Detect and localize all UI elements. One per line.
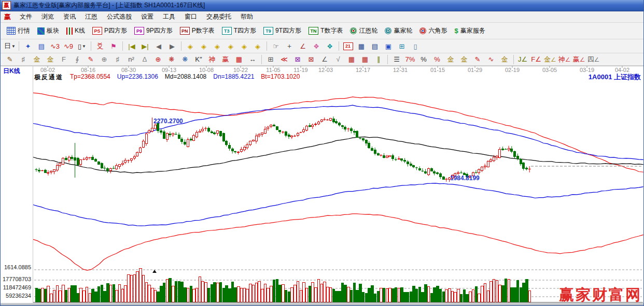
diamond-expand-h-button[interactable]: ◈ — [211, 41, 224, 52]
calendar-21-button[interactable]: 21 — [341, 41, 355, 52]
period-day-button[interactable]: 日▼ — [3, 41, 17, 52]
angle-measure-button[interactable]: ∠ — [296, 41, 310, 52]
n-square-button[interactable]: n² — [124, 54, 138, 65]
four-angle-button[interactable]: 四∠ — [586, 54, 600, 65]
web-teal-button[interactable]: ❖ — [323, 41, 337, 52]
gold-angle-button[interactable]: 金∠ — [543, 54, 557, 65]
box-measure-button[interactable]: ⊞ — [264, 54, 277, 65]
web-pink-button[interactable]: ❖ — [310, 41, 323, 52]
diamond-reset-button[interactable]: ◈ — [251, 41, 264, 52]
gold-angle-icon: 金∠ — [544, 55, 556, 64]
winner-wheel-button[interactable]: 赢家轮 — [381, 24, 416, 38]
quotes-button[interactable]: 行情 — [3, 24, 34, 38]
chart-area[interactable] — [33, 74, 643, 303]
crosshair-button[interactable]: ＋ — [283, 41, 296, 52]
fan-box-2-button[interactable]: ⊠ — [304, 54, 318, 65]
web-boxed-button[interactable]: ❋ — [178, 54, 192, 65]
device-button[interactable]: ▯ — [409, 41, 422, 52]
p-square-button[interactable]: PSP四方形 — [89, 24, 131, 38]
span-arrows-button[interactable]: ↔ — [246, 54, 259, 65]
menu-item-0[interactable]: 文件 — [15, 11, 37, 22]
pattern-x-button[interactable]: 爻 — [93, 41, 107, 52]
wave-9-button[interactable]: ∿9 — [62, 41, 75, 52]
percent-line-button[interactable]: % — [430, 54, 444, 65]
fan-lines-button[interactable]: ≪ — [277, 54, 291, 65]
kline-button[interactable]: K线 — [63, 24, 89, 38]
diamond-expand-v-button[interactable]: ◈ — [237, 41, 251, 52]
notebook-button[interactable]: ▤ — [35, 41, 48, 52]
toolbar-separator — [261, 55, 262, 64]
gold-ring-button[interactable]: 金 — [444, 54, 457, 65]
tick-grid-2-button[interactable]: ♯ — [111, 54, 124, 65]
wave-band-button[interactable]: ∿ — [484, 54, 498, 65]
shen-angle-button[interactable]: 神∠ — [557, 54, 572, 65]
percent-button[interactable]: % — [417, 54, 430, 65]
j-angle-button[interactable]: J∠ — [516, 54, 529, 65]
menu-item-6[interactable]: 工具 — [158, 11, 180, 22]
menu-item-3[interactable]: 江恩 — [80, 11, 102, 22]
pencil-ruler-button[interactable]: ✎ — [84, 54, 97, 65]
diamond-left-button[interactable]: ◈ — [184, 41, 197, 52]
t-number-table-button[interactable]: TNT数字表 — [305, 24, 346, 38]
check-lines-button[interactable]: √ — [331, 54, 345, 65]
fan-box-1-button[interactable]: ⊠ — [291, 54, 304, 65]
menu-item-9[interactable]: 帮助 — [236, 11, 258, 22]
gann-target-button[interactable]: ⊕ — [151, 54, 165, 65]
grid-123-button[interactable]: ▦ — [232, 54, 246, 65]
slash-lines-button[interactable]: ∥ — [372, 54, 385, 65]
k-prime-button[interactable]: K″ — [192, 54, 205, 65]
note-pad-button[interactable]: ▤ — [368, 41, 382, 52]
grid-red-1-button[interactable]: ▦ — [345, 54, 358, 65]
calculator-button[interactable]: ▦ — [355, 41, 368, 52]
first-page-button[interactable]: |◀ — [125, 41, 138, 52]
9t-square-button[interactable]: T99T四方形 — [260, 24, 305, 38]
grid-red-2-button[interactable]: ▦ — [358, 54, 372, 65]
shen-grid-button[interactable]: 神 — [205, 54, 219, 65]
ying-angle-button[interactable]: 赢∠ — [572, 54, 586, 65]
web-red-button[interactable]: ❋ — [165, 54, 178, 65]
last-page-button[interactable]: ▶| — [138, 41, 152, 52]
marker-pen-button[interactable]: ✎ — [471, 54, 484, 65]
ying-grid-button[interactable]: 赢 — [219, 54, 232, 65]
gold-grid-2-button[interactable]: 金 — [44, 54, 57, 65]
hand-drag-button[interactable]: ☞ — [269, 41, 283, 52]
spiral-button[interactable]: ∮ — [71, 54, 84, 65]
diamond-right-button[interactable]: ◈ — [197, 41, 211, 52]
hexagon-button[interactable]: 六角形 — [416, 24, 451, 38]
wave-3-button[interactable]: ∿3 — [48, 41, 62, 52]
export-button[interactable]: ⊞ — [395, 41, 409, 52]
diamond-compress-h-button[interactable]: ◈ — [224, 41, 237, 52]
menu-item-2[interactable]: 资讯 — [59, 11, 80, 22]
seven-percent-button[interactable]: 7% — [403, 54, 417, 65]
diamond-expand-h-icon: ◈ — [215, 42, 220, 50]
menu-item-5[interactable]: 设置 — [136, 11, 158, 22]
angle-lines-button[interactable]: ∠ — [318, 54, 331, 65]
menu-app-icon: 赢 — [0, 12, 15, 22]
t-square-button[interactable]: T3T四方形 — [218, 24, 260, 38]
menu-item-8[interactable]: 交易委托 — [202, 11, 236, 22]
menu-item-4[interactable]: 公式选股 — [102, 11, 136, 22]
f-angle-button[interactable]: F∠ — [529, 54, 543, 65]
winner-service-button[interactable]: $赢家服务 — [451, 24, 488, 38]
net-grid-button[interactable]: ✦ — [21, 41, 35, 52]
gold-grid-1-button[interactable]: 金 — [30, 54, 44, 65]
triangle-ruler-button[interactable]: ∆ — [138, 54, 151, 65]
sectors-button[interactable]: 板块 — [34, 24, 63, 38]
tick-grid-button[interactable]: ♯ — [17, 54, 30, 65]
f-grid-button[interactable]: F — [57, 54, 71, 65]
color-flag-button[interactable]: ⚑ — [107, 41, 120, 52]
percent-list-button[interactable]: ☰ — [390, 54, 403, 65]
pencil-button[interactable]: ✎ — [3, 54, 17, 65]
candle-style-button[interactable]: ▯▼ — [75, 41, 89, 52]
clock-circle-button[interactable]: ⊕ — [97, 54, 111, 65]
gold-bars-button[interactable]: 金 — [457, 54, 471, 65]
p-number-table-button[interactable]: PNP数字表 — [176, 24, 218, 38]
menu-item-7[interactable]: 窗口 — [180, 11, 202, 22]
gold-stack-button[interactable]: 金 — [498, 54, 511, 65]
menu-item-1[interactable]: 浏览 — [37, 11, 59, 22]
gann-wheel-button[interactable]: 江恩轮 — [346, 24, 381, 38]
save-button[interactable]: ▣ — [382, 41, 395, 52]
page-prev-button[interactable]: ◀ — [152, 41, 165, 52]
page-next-button[interactable]: ▶ — [165, 41, 179, 52]
9p-square-button[interactable]: P99P四方形 — [131, 24, 176, 38]
